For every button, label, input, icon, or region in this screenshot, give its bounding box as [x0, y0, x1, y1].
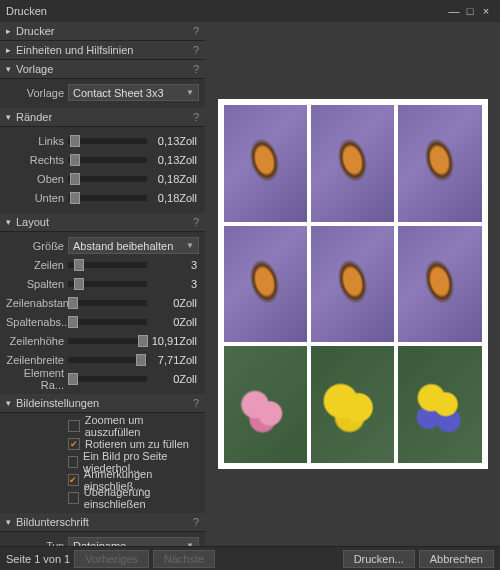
chevron-down-icon: ▾ [6, 398, 16, 408]
preview-area [205, 22, 500, 546]
chevron-down-icon: ▼ [186, 241, 194, 250]
chevron-down-icon: ▼ [186, 88, 194, 97]
cols-slider[interactable] [68, 281, 147, 287]
caption-type-dropdown[interactable]: Dateiname▼ [68, 537, 199, 546]
prev-button[interactable]: Vorheriges [74, 550, 149, 568]
zoom-checkbox[interactable] [68, 420, 80, 432]
rows-value[interactable]: 3 [151, 259, 199, 271]
help-icon[interactable]: ? [193, 516, 199, 528]
section-units[interactable]: ▸ Einheiten und Hilfslinien ? [0, 41, 205, 60]
next-button[interactable]: Nächste [153, 550, 215, 568]
print-button[interactable]: Drucken... [343, 550, 415, 568]
chevron-down-icon: ▾ [6, 64, 16, 74]
close-button[interactable]: × [478, 5, 494, 17]
colwidth-value[interactable]: 7,71Zoll [151, 354, 199, 366]
rows-slider[interactable] [68, 262, 147, 268]
annot-checkbox[interactable]: ✔ [68, 474, 79, 486]
rowheight-value[interactable]: 10,91Zoll [151, 335, 199, 347]
layout-size-dropdown[interactable]: Abstand beibehalten▼ [68, 237, 199, 254]
thumbnail[interactable] [311, 105, 394, 222]
thumbnail[interactable] [311, 346, 394, 463]
margin-top-slider[interactable] [68, 176, 147, 182]
thumbnail[interactable] [224, 226, 307, 343]
thumbnail[interactable] [224, 105, 307, 222]
rowheight-slider[interactable] [68, 338, 147, 344]
thumbnail[interactable] [398, 226, 481, 343]
section-layout[interactable]: ▾ Layout ? [0, 213, 205, 232]
help-icon[interactable]: ? [193, 25, 199, 37]
margin-left-value[interactable]: 0,13Zoll [151, 135, 199, 147]
chevron-right-icon: ▸ [6, 26, 16, 36]
margin-bottom-slider[interactable] [68, 195, 147, 201]
section-imagesettings[interactable]: ▾ Bildeinstellungen ? [0, 394, 205, 413]
margin-right-slider[interactable] [68, 157, 147, 163]
titlebar: Drucken — □ × [0, 0, 500, 22]
margin-left-slider[interactable] [68, 138, 147, 144]
cols-value[interactable]: 3 [151, 278, 199, 290]
maximize-button[interactable]: □ [462, 5, 478, 17]
colspacing-slider[interactable] [68, 319, 147, 325]
elradius-slider[interactable] [68, 376, 147, 382]
thumbnail[interactable] [311, 226, 394, 343]
elradius-value[interactable]: 0Zoll [151, 373, 199, 385]
template-dropdown[interactable]: Contact Sheet 3x3 ▼ [68, 84, 199, 101]
colspacing-value[interactable]: 0Zoll [151, 316, 199, 328]
settings-panel: ▸ Drucker ? ▸ Einheiten und Hilfslinien … [0, 22, 205, 546]
thumbnail[interactable] [398, 105, 481, 222]
help-icon[interactable]: ? [193, 111, 199, 123]
chevron-down-icon: ▼ [186, 541, 194, 546]
template-label: Vorlage [6, 87, 64, 99]
rowspacing-slider[interactable] [68, 300, 147, 306]
chevron-down-icon: ▾ [6, 517, 16, 527]
chevron-right-icon: ▸ [6, 45, 16, 55]
section-printer[interactable]: ▸ Drucker ? [0, 22, 205, 41]
cancel-button[interactable]: Abbrechen [419, 550, 494, 568]
section-template[interactable]: ▾ Vorlage ? [0, 60, 205, 79]
help-icon[interactable]: ? [193, 44, 199, 56]
footer: Seite 1 von 1 Vorheriges Nächste Drucken… [0, 546, 500, 570]
minimize-button[interactable]: — [446, 5, 462, 17]
rotate-checkbox[interactable]: ✔ [68, 438, 80, 450]
window-title: Drucken [6, 5, 446, 17]
chevron-down-icon: ▾ [6, 217, 16, 227]
section-margins[interactable]: ▾ Ränder ? [0, 108, 205, 127]
help-icon[interactable]: ? [193, 397, 199, 409]
margin-bottom-value[interactable]: 0,18Zoll [151, 192, 199, 204]
contact-sheet [218, 99, 488, 469]
oneper-checkbox[interactable] [68, 456, 78, 468]
colwidth-slider[interactable] [68, 357, 147, 363]
section-caption[interactable]: ▾ Bildunterschrift ? [0, 513, 205, 532]
margin-right-value[interactable]: 0,13Zoll [151, 154, 199, 166]
help-icon[interactable]: ? [193, 63, 199, 75]
thumbnail[interactable] [398, 346, 481, 463]
thumbnail[interactable] [224, 346, 307, 463]
overlay-checkbox[interactable] [68, 492, 79, 504]
rowspacing-value[interactable]: 0Zoll [151, 297, 199, 309]
chevron-down-icon: ▾ [6, 112, 16, 122]
margin-top-value[interactable]: 0,18Zoll [151, 173, 199, 185]
help-icon[interactable]: ? [193, 216, 199, 228]
page-status: Seite 1 von 1 [6, 553, 70, 565]
